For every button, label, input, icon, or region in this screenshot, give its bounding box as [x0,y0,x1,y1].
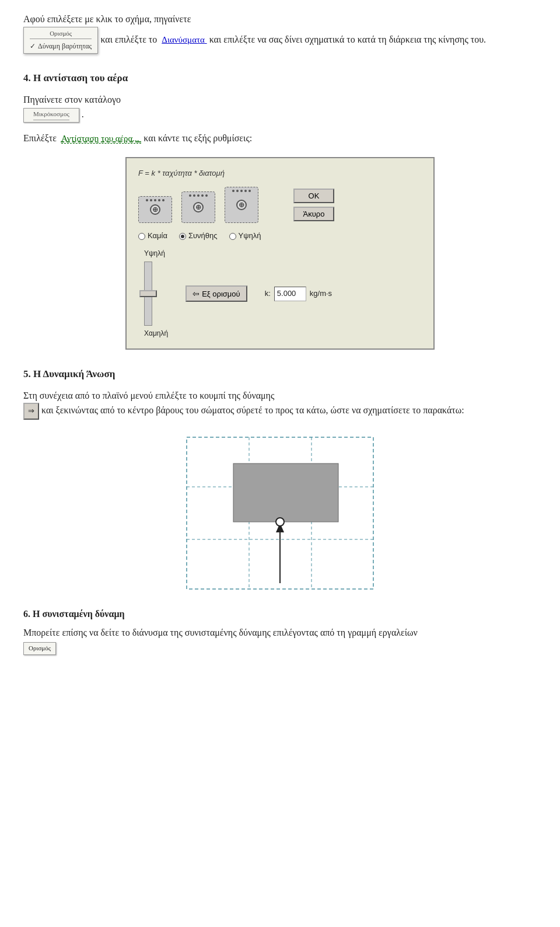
section4-title: 4. Η αντίσταση του αέρα [23,70,537,86]
antistasi-link[interactable]: Αντίσταση του αέρα... [61,134,141,144]
slider-section: Υψηλή Χαμηλή [144,248,168,339]
intro-link[interactable]: Διανύσματα [162,35,206,44]
section5-para: Στη συνέχεια από το πλαϊνό μενού επιλέξτ… [23,388,537,420]
dial-normal: ⊕ [181,191,215,223]
section4-para2: Επιλέξτε Αντίσταση του αέρα... και κάντε… [23,131,537,146]
section6-text-1: Μπορείτε επίσης να δείτε το διάνυσμα της… [23,628,418,637]
slider-handle[interactable] [139,290,157,297]
force-diagram-svg [181,431,379,595]
body-rect [233,464,338,522]
intro-text-3: και επιλέξτε να σας δίνει σχηματικά το [209,34,355,44]
dial-none-circle: ⊕ [150,204,160,215]
check-icon: ✓ [30,41,36,52]
intro-text-2: και επιλέξτε το [100,34,157,44]
radio-group: Καμία Συνήθης Υψηλή [138,230,422,242]
intro-paragraph: Αφού επιλέξετε με κλικ το σχήμα, πηγαίνε… [23,12,537,54]
section5-text-2: και ξεκινώντας από το κέντρο βάρους του … [41,405,464,415]
radio-none-circle [138,233,145,240]
slider-low-label: Χαμηλή [144,328,168,339]
dial-normal-circle: ⊕ [193,202,204,212]
menu-item: ✓ Δύναμη βαρύτητας [30,41,92,52]
section5-text-1: Στη συνέχεια από το πλαϊνό μενού επιλέξτ… [23,391,274,400]
radio-normal[interactable]: Συνήθης [179,230,218,242]
small-popup-label: Ορισμός [29,644,51,651]
section4-text-2: . [82,109,84,119]
slider-track[interactable] [144,262,152,326]
air-resistance-dialog: F = k * ταχύτητα * διατομή ⊕ [125,157,435,350]
dial-none-dots [139,199,172,201]
dialog-controls-row: ⊕ ⊕ [138,187,422,223]
section4-text-4: και κάντε τις εξής ρυθμίσεις: [144,133,252,143]
default-button[interactable]: ⇦ Εξ ορισμού [186,285,247,302]
default-section: ⇦ Εξ ορισμού [186,285,247,302]
default-arrow-icon: ⇦ [192,289,200,298]
radio-high[interactable]: Υψηλή [229,230,261,242]
dial-high-circle: ⊕ [236,200,247,210]
section4-para1: Πηγαίνετε στον κατάλογο Μικρόκοσμος . [23,92,537,123]
section6-para: 6. Η συνισταμένη δύναμη Μπορείτε επίσης … [23,607,537,655]
radio-normal-circle [179,233,186,240]
slider-row: Υψηλή Χαμηλή ⇦ Εξ ορισμού k: 5.000 kg/m·… [138,248,422,339]
section5-title: 5. Η Δυναμική Άνωση [23,366,537,382]
k-label: k: [265,288,271,300]
cancel-button[interactable]: Άκυρο [293,207,334,221]
dial-normal-dots [182,194,215,197]
dial-normal-plus: ⊕ [195,202,201,213]
dialog-buttons: OK Άκυρο [293,189,334,221]
dial-high: ⊕ [225,187,258,223]
k-unit: kg/m·s [310,288,332,300]
dial-high-plus: ⊕ [239,200,244,211]
mikrokosmos-label: Μικρόκοσμος [33,109,69,120]
k-field: k: 5.000 kg/m·s [265,287,332,301]
menu-title: Ορισμός [30,29,92,40]
dials-group: ⊕ ⊕ [138,187,258,223]
dial-none: ⊕ [138,196,172,223]
center-of-mass [276,518,284,526]
k-input[interactable]: 5.000 [274,287,306,301]
dial-high-dots [225,190,258,192]
slider-container [144,262,152,326]
section4-text-3: Επιλέξτε [23,133,57,143]
intro-text-1: Αφού επιλέξετε με κλικ το σχήμα, πηγαίνε… [23,14,191,24]
ok-button[interactable]: OK [293,189,334,203]
slider-high-label: Υψηλή [144,248,165,259]
dial-none-plus: ⊕ [152,204,158,215]
section4-text-1: Πηγαίνετε στον κατάλογο [23,95,121,104]
force-toolbar-btn: ⇒ [23,403,39,420]
dialog-formula: F = k * ταχύτητα * διατομή [138,168,422,180]
radio-high-circle [229,233,236,240]
force-diagram [181,431,379,595]
section6-title: 6. Η συνισταμένη δύναμη [23,609,125,619]
radio-none[interactable]: Καμία [138,230,167,242]
intro-text-4: κατά τη διάρκεια της κίνησης του. [358,34,486,44]
